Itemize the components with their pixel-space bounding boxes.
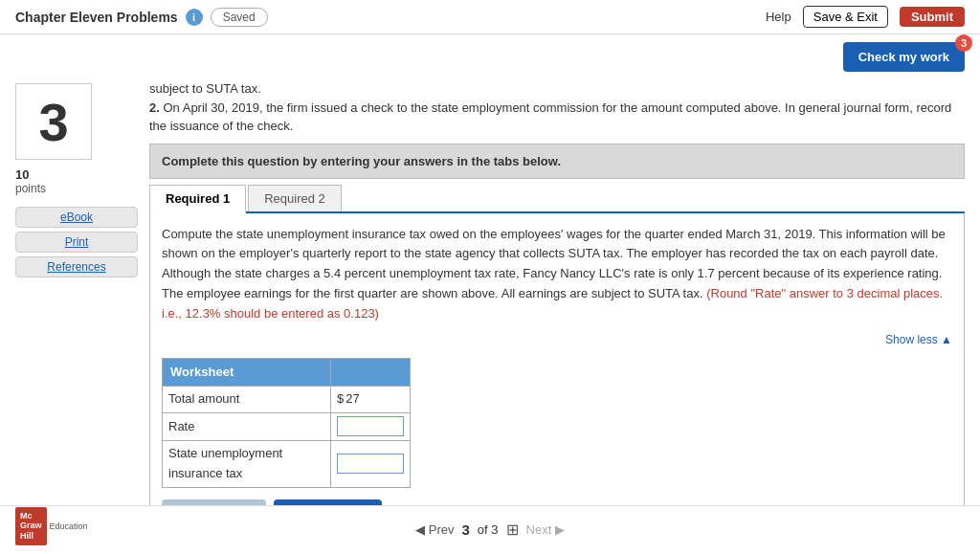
- worksheet-table: Worksheet Total amount $ 27: [162, 358, 411, 488]
- save-exit-button[interactable]: Save & Exit: [803, 6, 888, 28]
- question-number-box: 3: [15, 83, 92, 160]
- prev-page-button[interactable]: ◀ Prev: [415, 522, 455, 537]
- question-number: 3: [38, 91, 68, 153]
- sidebar-links: eBook Print References: [15, 207, 138, 277]
- logo-box: Mc Graw Hill: [15, 507, 47, 545]
- main-content: 3 10 points eBook Print References subje…: [0, 76, 980, 505]
- table-row: Total amount $ 27: [163, 387, 411, 413]
- check-my-work-button[interactable]: Check my work 3: [843, 42, 965, 72]
- saved-badge: Saved: [211, 8, 268, 27]
- rate-input[interactable]: [337, 416, 404, 436]
- points-label: points: [15, 182, 138, 195]
- prev-label: Prev: [429, 522, 455, 537]
- tab-required-2[interactable]: Required 2: [248, 185, 342, 211]
- row-value-rate[interactable]: [331, 413, 411, 441]
- submit-button[interactable]: Submit: [900, 7, 965, 27]
- question-text-line1: subject to SUTA tax.: [149, 81, 261, 96]
- check-badge: 3: [955, 34, 972, 52]
- table-row: Rate: [163, 413, 411, 441]
- worksheet-header: Worksheet: [163, 358, 331, 387]
- header-right: Help Save & Exit Submit: [766, 6, 965, 28]
- tabs: Required 1 Required 2: [149, 185, 965, 213]
- grid-icon[interactable]: ⊞: [506, 521, 519, 539]
- row-label-total: Total amount: [163, 387, 331, 413]
- references-link[interactable]: References: [15, 256, 138, 277]
- page-of-text: of 3: [478, 522, 499, 537]
- row-value-suta[interactable]: [331, 441, 411, 488]
- sidebar: 3 10 points eBook Print References: [15, 76, 149, 505]
- print-link[interactable]: Print: [15, 232, 138, 253]
- footer-logo: Mc Graw Hill Education: [15, 507, 88, 545]
- page-title: Chapter Eleven Problems: [15, 10, 178, 25]
- instruction-text: Complete this question by entering your …: [162, 154, 561, 168]
- check-my-work-container: Check my work 3: [0, 34, 980, 76]
- tab-body-text: Compute the state unemployment insurance…: [162, 225, 952, 324]
- total-value: 27: [345, 389, 359, 410]
- row-value-total: $ 27: [331, 387, 411, 413]
- row-label-suta: State unemployment insurance tax: [163, 441, 331, 488]
- next-arrow-icon: ▶: [555, 522, 565, 537]
- next-label: Next: [526, 522, 552, 537]
- prev-arrow-icon: ◀: [415, 522, 425, 537]
- next-page-button[interactable]: Next ▶: [526, 522, 566, 537]
- footer-navigation: ◀ Prev 3 of 3 ⊞ Next ▶: [415, 521, 566, 539]
- instruction-box: Complete this question by entering your …: [149, 144, 965, 179]
- suta-tax-input[interactable]: [337, 454, 404, 474]
- current-page-number: 3: [461, 521, 469, 538]
- content-area: subject to SUTA tax. 2. On April 30, 201…: [149, 76, 965, 505]
- show-less-link[interactable]: Show less ▲: [162, 331, 952, 349]
- question-text: subject to SUTA tax. 2. On April 30, 201…: [149, 79, 965, 136]
- points-value: 10: [15, 167, 138, 182]
- info-icon[interactable]: i: [186, 9, 203, 26]
- tab-required-1[interactable]: Required 1: [149, 185, 246, 213]
- logo-sub: Education: [50, 521, 88, 531]
- question-text-line2: On April 30, 2019, the firm issued a che…: [149, 100, 951, 134]
- worksheet-value-header: [331, 358, 411, 387]
- table-row: State unemployment insurance tax: [163, 441, 411, 488]
- footer: Mc Graw Hill Education ◀ Prev 3 of 3 ⊞ N…: [0, 505, 980, 553]
- tab-content-required-1: Compute the state unemployment insurance…: [149, 213, 965, 538]
- help-button[interactable]: Help: [766, 10, 791, 24]
- header-left: Chapter Eleven Problems i Saved: [15, 8, 268, 27]
- dollar-sign: $: [337, 389, 344, 410]
- header: Chapter Eleven Problems i Saved Help Sav…: [0, 0, 980, 34]
- question-step: 2.: [149, 100, 160, 115]
- row-label-rate: Rate: [163, 413, 331, 441]
- ebook-link[interactable]: eBook: [15, 207, 138, 228]
